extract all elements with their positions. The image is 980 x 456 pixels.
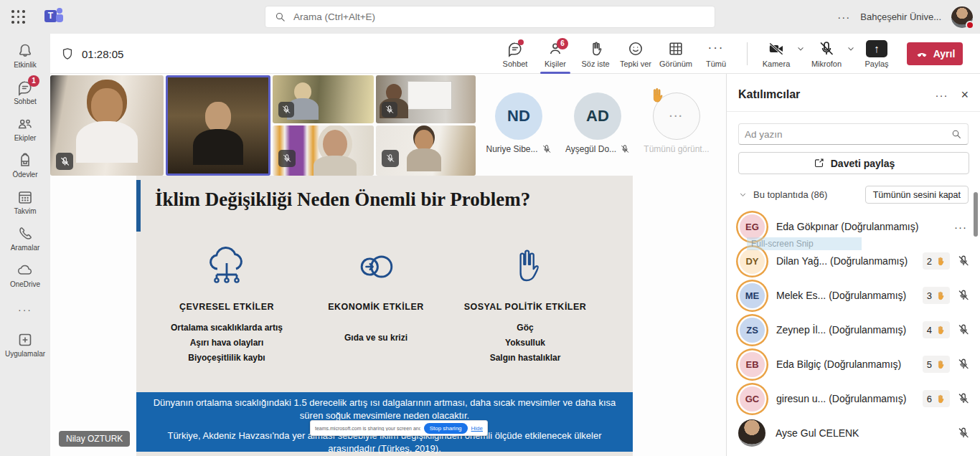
participant-row[interactable]: EB Eda Bilgiç (Doğrulanmamış) 5 — [727, 347, 980, 381]
muted-mic-icon[interactable] — [957, 358, 970, 371]
panel-title: Katılımcılar — [738, 88, 935, 101]
mute-all-button[interactable]: Tümünün sesini kapat — [865, 186, 969, 204]
camera-chevron-icon[interactable] — [796, 44, 806, 54]
share-label: Paylaş — [864, 60, 888, 68]
account-avatar[interactable] — [951, 6, 973, 28]
video-tile[interactable] — [50, 75, 164, 176]
participant-bubble-ad[interactable]: AD — [574, 92, 621, 140]
sidebar-more-button[interactable]: ··· — [18, 304, 32, 315]
chat-notification-dot — [518, 39, 524, 45]
panel-scrollbar[interactable] — [974, 192, 978, 237]
muted-mic-icon[interactable] — [957, 289, 970, 302]
muted-mic-icon[interactable] — [957, 392, 970, 405]
participant-search[interactable] — [738, 123, 969, 145]
account-name: Bahçeşehir Ünive... — [860, 11, 941, 22]
participant-menu-button[interactable]: ··· — [954, 221, 967, 233]
sidebar-label: Ekipler — [14, 134, 37, 142]
cloud-network-icon — [204, 243, 250, 289]
participant-row[interactable]: Ayse Gul CELENK — [727, 416, 980, 450]
tab-view-label: Görünüm — [659, 60, 692, 68]
slide-column-header: SOSYAL POLİTİK ETKİLER — [449, 302, 601, 312]
tab-more[interactable]: ··· Tümü — [696, 34, 736, 74]
leave-label: Ayrıl — [933, 48, 956, 60]
tab-react-label: Tepki ver — [620, 60, 651, 68]
panel-more-button[interactable]: ··· — [935, 89, 948, 101]
participant-bubble-nd[interactable]: ND — [495, 92, 542, 140]
share-invite-icon — [813, 157, 825, 169]
toolbar-divider — [747, 42, 748, 65]
camera-button[interactable]: Kamera — [757, 40, 796, 68]
share-invite-button[interactable]: Daveti paylaş — [738, 152, 969, 174]
meeting-toolbar: 01:28:05 Sohbet 6 Kişiler Söz iste Tepki… — [50, 34, 980, 74]
sidebar-item-chat[interactable]: 1 Sohbet — [0, 79, 50, 105]
muted-mic-icon — [542, 144, 552, 154]
tab-view[interactable]: Görünüm — [656, 34, 696, 74]
participant-photo-avatar — [738, 419, 765, 447]
participant-row[interactable]: DY Dilan Yağ... (Doğrulanmamış) 2 — [727, 244, 980, 278]
sidebar-item-assignments[interactable]: Ödevler — [0, 152, 50, 179]
section-chevron-icon[interactable] — [738, 190, 748, 199]
participant-row[interactable]: GC giresun u... (Doğrulanmamış) 6 — [727, 381, 980, 416]
emoji-icon — [627, 40, 644, 57]
view-all-label: Tümünü görünt... — [633, 144, 720, 154]
sidebar-item-calendar[interactable]: Takvim — [0, 189, 50, 215]
slide-title: İklim Değişikliği Neden Önemli bir Probl… — [155, 189, 530, 211]
share-invite-label: Daveti paylaş — [831, 158, 895, 169]
slide-list-item: Salgın hastalıklar — [449, 351, 601, 366]
search-icon — [274, 11, 286, 23]
video-tile-active-speaker[interactable] — [166, 75, 270, 176]
tab-chat[interactable]: Sohbet — [495, 34, 535, 74]
raised-hand-icon — [935, 394, 946, 404]
sidebar-item-apps[interactable]: Uygulamalar — [0, 331, 50, 358]
bell-icon — [17, 42, 34, 60]
sidebar-item-onedrive[interactable]: OneDrive — [0, 262, 50, 288]
mic-off-icon — [818, 40, 835, 57]
backpack-icon — [17, 152, 34, 169]
app-launcher-waffle-icon[interactable] — [11, 10, 26, 24]
share-notice-text: teams.microsoft.com is sharing your scre… — [315, 426, 420, 431]
muted-mic-icon[interactable] — [957, 323, 970, 336]
muted-mic-icon[interactable] — [957, 427, 970, 440]
participant-search-input[interactable] — [745, 129, 951, 140]
video-tile[interactable] — [376, 125, 476, 176]
slide-title-accent-bar — [136, 180, 141, 232]
sidebar-label: Etkinlik — [14, 61, 37, 69]
tab-raise-hand-label: Söz iste — [581, 60, 609, 68]
hand-icon — [503, 244, 547, 289]
leave-button[interactable]: Ayrıl — [907, 42, 963, 65]
tile-muted-mic-icon — [56, 153, 73, 170]
sidebar-item-teams[interactable]: Ekipler — [0, 115, 50, 142]
participant-name: Ayse Gul CELENK — [776, 427, 957, 439]
video-tile[interactable] — [273, 125, 374, 176]
global-search[interactable] — [265, 6, 715, 28]
muted-mic-icon[interactable] — [957, 255, 970, 267]
participant-name: Eda Gökpınar (Doğrulanmamış) — [776, 221, 954, 232]
participant-row[interactable]: EG Eda Gökpınar (Doğrulanmamış) ··· — [727, 209, 980, 244]
hide-share-notice-link[interactable]: Hide — [471, 425, 483, 432]
video-tile[interactable] — [376, 75, 476, 123]
tab-more-label: Tümü — [706, 60, 726, 68]
participant-row[interactable]: ME Melek Es... (Doğrulanmamış) 3 — [727, 278, 980, 313]
mic-button[interactable]: Mikrofon — [807, 40, 846, 68]
phone-icon — [17, 225, 34, 242]
topbar-more-button[interactable]: ··· — [837, 11, 850, 23]
tab-people[interactable]: 6 Kişiler — [535, 34, 575, 74]
muted-mic-icon — [620, 144, 630, 154]
mic-chevron-icon[interactable] — [846, 44, 856, 54]
tab-raise-hand[interactable]: Söz iste — [575, 34, 616, 74]
sidebar-item-activity[interactable]: Etkinlik — [0, 42, 50, 69]
participant-row[interactable]: ZS Zeynep İl... (Doğrulanmamış) 4 — [727, 313, 980, 347]
participant-bubble-label: Nuriye Sibe... — [476, 144, 562, 154]
search-input[interactable] — [293, 11, 706, 22]
shared-presentation-slide: İklim Değişikliği Neden Önemli bir Probl… — [136, 176, 633, 456]
sidebar-item-calls[interactable]: Aramalar — [0, 225, 50, 252]
tab-react[interactable]: Tepki ver — [616, 34, 656, 74]
participant-avatar: DY — [740, 249, 765, 274]
share-button[interactable]: ↑ Paylaş — [857, 40, 896, 68]
stop-sharing-button[interactable]: Stop sharing — [424, 423, 468, 434]
tile-muted-mic-icon — [278, 150, 296, 167]
video-tile[interactable] — [273, 75, 374, 123]
sidebar-label: Ödevler — [12, 171, 37, 179]
slide-column-header: EKONOMİK ETKİLER — [300, 302, 452, 312]
panel-close-icon[interactable]: × — [961, 88, 969, 101]
